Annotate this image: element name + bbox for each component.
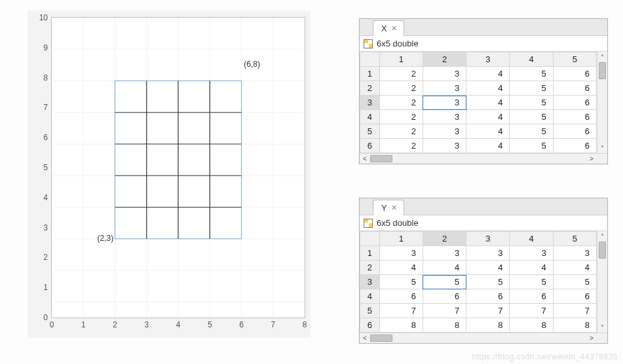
table-row[interactable]: 4 6 6 6 6 6 bbox=[360, 289, 597, 304]
cell[interactable]: 6 bbox=[553, 96, 596, 110]
axes-area[interactable]: 0 1 2 3 4 5 6 7 8 9 10 0 1 2 3 4 5 6 7 8… bbox=[51, 17, 305, 318]
cell[interactable]: 3 bbox=[423, 110, 466, 124]
cell[interactable]: 4 bbox=[466, 81, 510, 96]
cell[interactable]: 3 bbox=[423, 124, 466, 139]
cell[interactable]: 7 bbox=[510, 304, 553, 318]
cell[interactable]: 3 bbox=[553, 246, 596, 261]
scroll-left-icon[interactable]: < bbox=[360, 155, 370, 162]
cell[interactable]: 7 bbox=[553, 304, 596, 318]
row-header[interactable]: 6 bbox=[360, 318, 380, 333]
cell[interactable]: 6 bbox=[553, 124, 596, 139]
scroll-thumb[interactable] bbox=[370, 335, 392, 342]
cell[interactable]: 4 bbox=[379, 261, 423, 275]
row-header[interactable]: 2 bbox=[360, 81, 380, 96]
table-row[interactable]: 2 2 3 4 5 6 bbox=[360, 81, 597, 96]
cell[interactable]: 8 bbox=[510, 318, 553, 333]
scroll-track[interactable] bbox=[370, 333, 586, 343]
cell[interactable]: 5 bbox=[510, 275, 553, 289]
scroll-left-icon[interactable]: < bbox=[360, 335, 370, 342]
cell[interactable]: 4 bbox=[466, 67, 510, 81]
scroll-down-icon[interactable]: ˅ bbox=[597, 322, 607, 333]
table-row[interactable]: 5 7 7 7 7 7 bbox=[360, 304, 597, 318]
cell[interactable]: 5 bbox=[510, 67, 553, 81]
close-icon[interactable]: ✕ bbox=[391, 204, 397, 212]
cell[interactable]: 6 bbox=[466, 289, 510, 304]
cell[interactable]: 4 bbox=[466, 96, 510, 110]
col-header[interactable]: 4 bbox=[510, 52, 553, 67]
variable-table-x[interactable]: 1 2 3 4 5 1 2 3 4 5 6 2 2 3 4 5 6 bbox=[360, 52, 597, 153]
cell[interactable]: 5 bbox=[510, 124, 553, 139]
scroll-track[interactable] bbox=[597, 242, 607, 322]
horizontal-scrollbar[interactable]: < > bbox=[360, 153, 607, 164]
scroll-right-icon[interactable]: > bbox=[586, 155, 597, 162]
table-row[interactable]: 1 2 3 4 5 6 bbox=[360, 67, 597, 81]
scroll-up-icon[interactable]: ˄ bbox=[597, 231, 607, 242]
row-header[interactable]: 1 bbox=[360, 246, 380, 261]
cell[interactable]: 5 bbox=[379, 275, 423, 289]
cell[interactable]: 6 bbox=[553, 289, 596, 304]
table-row[interactable]: 3 2 3 4 5 6 bbox=[360, 96, 597, 110]
cell[interactable]: 2 bbox=[379, 110, 423, 124]
col-header[interactable]: 3 bbox=[466, 232, 510, 246]
close-icon[interactable]: ✕ bbox=[391, 24, 397, 33]
cell[interactable]: 5 bbox=[466, 275, 510, 289]
cell[interactable]: 3 bbox=[423, 67, 466, 81]
cell[interactable]: 7 bbox=[379, 304, 423, 318]
col-header[interactable]: 3 bbox=[466, 52, 510, 67]
cell[interactable]: 4 bbox=[510, 261, 553, 275]
cell[interactable]: 4 bbox=[466, 261, 510, 275]
table-row[interactable]: 1 3 3 3 3 3 bbox=[360, 246, 597, 261]
vertical-scrollbar[interactable]: ˄ ˅ bbox=[597, 52, 607, 153]
cell[interactable]: 6 bbox=[553, 81, 596, 96]
cell[interactable]: 3 bbox=[423, 246, 466, 261]
cell[interactable]: 4 bbox=[423, 261, 466, 275]
cell[interactable]: 8 bbox=[553, 318, 596, 333]
table-row[interactable]: 6 8 8 8 8 8 bbox=[360, 318, 597, 333]
cell[interactable]: 5 bbox=[553, 275, 596, 289]
row-header[interactable]: 4 bbox=[360, 110, 380, 124]
cell[interactable]: 5 bbox=[510, 96, 553, 110]
cell[interactable]: 4 bbox=[466, 139, 510, 153]
cell[interactable]: 4 bbox=[466, 110, 510, 124]
scroll-thumb[interactable] bbox=[370, 155, 392, 162]
row-header[interactable]: 3 bbox=[360, 96, 380, 110]
col-header[interactable]: 4 bbox=[510, 232, 553, 246]
cell[interactable]: 4 bbox=[553, 261, 596, 275]
cell[interactable]: 6 bbox=[423, 289, 466, 304]
cell[interactable]: 3 bbox=[423, 139, 466, 153]
col-header[interactable]: 2 bbox=[423, 52, 466, 67]
scroll-right-icon[interactable]: > bbox=[586, 335, 597, 342]
cell[interactable]: 5 bbox=[510, 110, 553, 124]
tab-y[interactable]: Y ✕ bbox=[373, 200, 404, 215]
table-row[interactable]: 4 2 3 4 5 6 bbox=[360, 110, 597, 124]
col-header[interactable]: 1 bbox=[379, 232, 423, 246]
row-header[interactable]: 3 bbox=[360, 275, 380, 289]
tab-x[interactable]: X ✕ bbox=[373, 20, 404, 36]
row-header[interactable]: 4 bbox=[360, 289, 380, 304]
cell[interactable]: 2 bbox=[379, 67, 423, 81]
scroll-up-icon[interactable]: ˄ bbox=[597, 52, 607, 62]
cell[interactable]: 5 bbox=[510, 139, 553, 153]
cell[interactable]: 7 bbox=[466, 304, 510, 318]
scroll-track[interactable] bbox=[597, 62, 607, 143]
col-header[interactable]: 5 bbox=[553, 52, 596, 67]
cell[interactable]: 4 bbox=[466, 124, 510, 139]
cell[interactable]: 8 bbox=[423, 318, 466, 333]
cell[interactable]: 3 bbox=[466, 246, 510, 261]
cell-selected[interactable]: 3 bbox=[423, 96, 466, 110]
table-row[interactable]: 6 2 3 4 5 6 bbox=[360, 139, 597, 153]
horizontal-scrollbar[interactable]: < > bbox=[360, 333, 607, 343]
cell[interactable]: 3 bbox=[379, 246, 423, 261]
cell[interactable]: 2 bbox=[379, 139, 423, 153]
scroll-track[interactable] bbox=[370, 154, 586, 164]
cell[interactable]: 3 bbox=[510, 246, 553, 261]
variable-table-y[interactable]: 1 2 3 4 5 1 3 3 3 3 3 2 4 4 4 4 4 bbox=[360, 231, 597, 333]
table-row[interactable]: 5 2 3 4 5 6 bbox=[360, 124, 597, 139]
scroll-thumb[interactable] bbox=[599, 62, 606, 79]
scroll-down-icon[interactable]: ˅ bbox=[597, 143, 607, 153]
row-header[interactable]: 5 bbox=[360, 304, 380, 318]
cell[interactable]: 2 bbox=[379, 124, 423, 139]
row-header[interactable]: 6 bbox=[360, 139, 380, 153]
vertical-scrollbar[interactable]: ˄ ˅ bbox=[597, 231, 607, 333]
row-header[interactable]: 5 bbox=[360, 124, 380, 139]
